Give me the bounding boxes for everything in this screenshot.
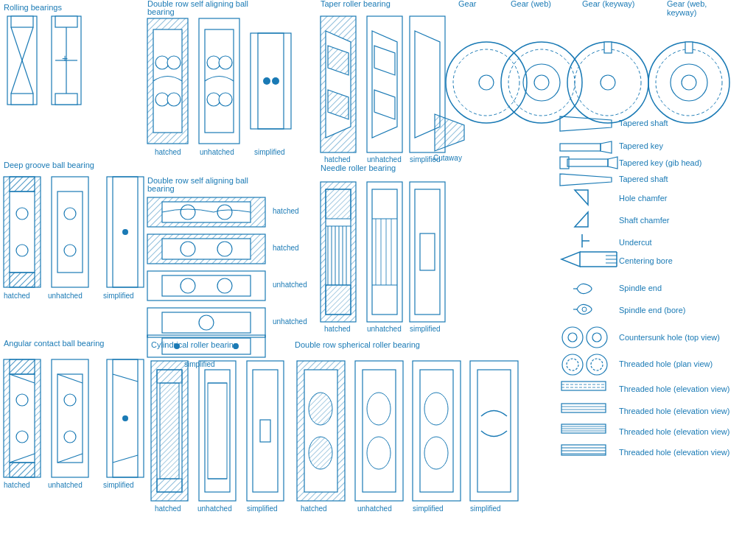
svg-point-153 — [479, 75, 494, 90]
svg-text:Gear: Gear — [458, 0, 477, 8]
svg-text:Gear (web): Gear (web) — [511, 0, 551, 8]
svg-rect-127 — [326, 189, 351, 219]
svg-text:+: + — [62, 52, 68, 64]
svg-text:hatched: hatched — [301, 505, 327, 513]
svg-text:Threaded hole (elevation view): Threaded hole (elevation view) — [619, 384, 729, 393]
svg-point-98 — [181, 278, 195, 293]
svg-marker-115 — [372, 31, 397, 138]
svg-rect-30 — [10, 192, 35, 273]
svg-point-72 — [167, 93, 181, 106]
svg-text:Threaded hole (elevation view): Threaded hole (elevation view) — [619, 427, 729, 436]
svg-point-156 — [523, 64, 560, 101]
svg-point-196 — [582, 307, 587, 312]
svg-rect-149 — [420, 233, 435, 270]
svg-rect-55 — [57, 374, 83, 463]
svg-point-198 — [562, 327, 583, 348]
svg-point-245 — [309, 437, 332, 469]
svg-marker-180 — [575, 212, 588, 227]
svg-point-201 — [592, 333, 601, 342]
svg-text:simplified: simplified — [103, 292, 134, 300]
svg-rect-92 — [162, 239, 251, 259]
svg-text:hatched: hatched — [4, 481, 30, 489]
svg-point-43 — [122, 229, 128, 235]
svg-point-76 — [219, 56, 232, 69]
svg-text:Tapered shaft: Tapered shaft — [619, 175, 668, 183]
svg-rect-97 — [162, 275, 251, 296]
svg-rect-25 — [55, 94, 77, 105]
svg-text:Threaded hole (elevation view): Threaded hole (elevation view) — [619, 448, 729, 457]
svg-point-152 — [453, 49, 519, 116]
svg-text:Undercut: Undercut — [619, 238, 652, 247]
svg-rect-239 — [253, 370, 278, 492]
svg-rect-51 — [10, 359, 35, 374]
svg-rect-37 — [57, 192, 83, 273]
svg-point-71 — [155, 93, 169, 106]
svg-marker-123 — [435, 114, 464, 151]
svg-point-204 — [567, 359, 578, 370]
svg-point-81 — [263, 77, 270, 85]
svg-point-205 — [587, 354, 607, 375]
svg-rect-166 — [685, 42, 693, 53]
svg-rect-19 — [11, 16, 33, 27]
svg-text:hatched: hatched — [324, 325, 351, 333]
svg-text:Gear (keyway): Gear (keyway) — [582, 0, 635, 8]
svg-point-32 — [16, 245, 28, 256]
svg-point-107 — [174, 343, 180, 349]
svg-text:simplified: simplified — [247, 505, 278, 513]
svg-rect-34 — [10, 273, 35, 287]
svg-rect-229 — [157, 370, 182, 383]
svg-rect-20 — [11, 94, 33, 105]
svg-rect-257 — [477, 370, 511, 492]
svg-text:hatched: hatched — [324, 155, 351, 164]
svg-rect-161 — [604, 42, 612, 53]
svg-text:Double row spherical roller be: Double row spherical roller bearing — [295, 340, 420, 349]
svg-rect-253 — [420, 370, 453, 492]
svg-point-165 — [682, 75, 696, 90]
svg-point-164 — [671, 64, 707, 101]
svg-point-82 — [272, 77, 279, 85]
svg-text:unhatched: unhatched — [197, 505, 232, 513]
svg-text:hatched: hatched — [155, 148, 181, 156]
svg-rect-148 — [415, 189, 440, 315]
svg-marker-167 — [560, 116, 612, 131]
svg-rect-212 — [561, 404, 606, 412]
svg-point-69 — [155, 56, 169, 69]
svg-point-163 — [656, 49, 722, 116]
svg-rect-79 — [251, 33, 291, 129]
svg-text:Angular contact ball bearing: Angular contact ball bearing — [4, 339, 104, 348]
svg-point-88 — [181, 205, 195, 219]
svg-rect-230 — [157, 479, 182, 492]
svg-point-160 — [601, 75, 615, 90]
svg-text:Cutaway: Cutaway — [433, 154, 462, 162]
svg-text:simplified: simplified — [103, 481, 134, 489]
svg-point-63 — [122, 415, 128, 421]
svg-rect-33 — [10, 177, 35, 192]
svg-text:Tapered key (gib head): Tapered key (gib head) — [619, 158, 702, 167]
main-page: Rolling bearings Deep groove ball bearin… — [0, 0, 756, 534]
svg-rect-74 — [205, 29, 234, 133]
svg-text:Needle roller bearing: Needle roller bearing — [321, 164, 396, 172]
svg-text:Shaft chamfer: Shaft chamfer — [619, 216, 670, 225]
svg-marker-174 — [608, 157, 617, 169]
svg-text:unhatched: unhatched — [273, 317, 307, 326]
svg-point-70 — [167, 56, 181, 69]
svg-text:hatched: hatched — [4, 292, 30, 300]
svg-rect-24 — [55, 16, 77, 27]
svg-rect-87 — [162, 202, 251, 222]
svg-point-78 — [219, 93, 232, 106]
svg-rect-128 — [326, 285, 351, 315]
svg-point-200 — [587, 327, 607, 348]
svg-line-64 — [113, 374, 138, 382]
svg-text:unhatched: unhatched — [367, 155, 402, 164]
svg-text:hatched: hatched — [273, 207, 299, 215]
svg-text:unhatched: unhatched — [48, 292, 83, 300]
svg-rect-169 — [560, 144, 601, 151]
svg-rect-248 — [363, 370, 396, 492]
svg-text:simplified: simplified — [470, 505, 501, 513]
svg-text:simplified: simplified — [413, 505, 444, 513]
svg-point-157 — [534, 75, 549, 90]
svg-rect-243 — [304, 370, 337, 492]
svg-text:keyway): keyway) — [667, 8, 696, 17]
svg-point-108 — [233, 343, 239, 349]
svg-point-75 — [207, 56, 220, 69]
